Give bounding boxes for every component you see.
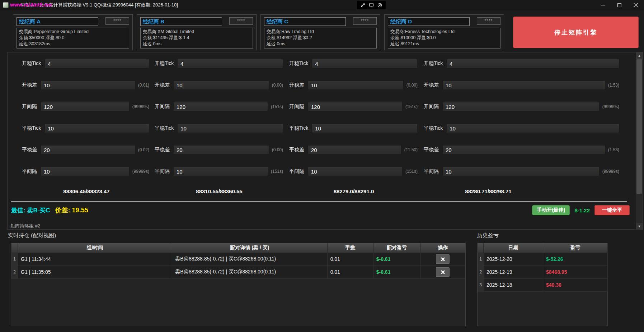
- param-row: 平间隔(99999s): [424, 167, 619, 176]
- manual-open-button[interactable]: 手动开(最佳): [532, 205, 570, 215]
- param-input-close-interval-c[interactable]: [308, 167, 403, 176]
- param-row: 开稳差(1.53): [424, 80, 619, 90]
- close-all-button[interactable]: 一键全平: [594, 205, 630, 215]
- row-number-cell[interactable]: 1: [478, 253, 484, 266]
- param-input-close-stable-tick-d[interactable]: [446, 124, 619, 133]
- positions-table-header: 组/时间配对详情 (卖 / 买)手数配对盈亏操作: [11, 243, 465, 253]
- divider: [11, 201, 627, 202]
- history-table: 日期盈亏 12025-12-20$-52.2622025-12-19$8468.…: [478, 243, 608, 292]
- broker-password-mask-button[interactable]: ****: [105, 17, 129, 25]
- param-input-open-interval-b[interactable]: [173, 102, 268, 111]
- param-suffix-label: (0.01): [138, 83, 149, 88]
- best-actions: 手动开(最佳) $-1.22 一键全平: [532, 205, 630, 215]
- param-input-close-stable-tick-a[interactable]: [44, 124, 149, 133]
- history-row[interactable]: 22025-12-19$8468.95: [478, 266, 608, 278]
- broker-balance-line: 余额:$11435 浮盈:$-1.4: [143, 35, 250, 41]
- param-input-open-stable-tick-b[interactable]: [177, 59, 283, 68]
- param-input-close-stable-diff-a[interactable]: [41, 145, 135, 155]
- param-row: 平稳差(11.50): [289, 145, 418, 155]
- param-input-close-interval-d[interactable]: [442, 167, 600, 176]
- param-input-open-stable-diff-b[interactable]: [173, 80, 269, 90]
- positions-column-header: [11, 243, 18, 253]
- param-input-close-stable-tick-b[interactable]: [177, 124, 283, 133]
- param-input-close-interval-a[interactable]: [41, 167, 130, 176]
- history-row[interactable]: 12025-12-20$-52.26: [478, 253, 608, 266]
- broker-panel-header: 经纪商 A****: [17, 17, 129, 26]
- row-number-cell[interactable]: 3: [478, 278, 484, 291]
- param-input-close-stable-diff-b[interactable]: [173, 145, 269, 155]
- param-input-open-interval-c[interactable]: [308, 102, 403, 111]
- close-position-button[interactable]: [436, 254, 450, 264]
- broker-panel-header: 经纪商 D****: [388, 17, 500, 26]
- broker-name-field[interactable]: 经纪商 A: [17, 17, 98, 26]
- row-number-cell[interactable]: 1: [11, 253, 18, 266]
- broker-balance-line: 余额:$14992 浮盈:$0.2: [267, 35, 374, 41]
- daily-pnl-cell: $8468.95: [543, 266, 608, 278]
- param-column-d: 开稳Tick开稳差(1.53)开间隔(99999s)平稳Tick平稳差(1.53…: [424, 59, 619, 194]
- row-number-cell[interactable]: 2: [11, 266, 18, 278]
- param-row: 开稳差(0.00): [289, 80, 418, 90]
- param-input-open-stable-diff-a[interactable]: [41, 80, 135, 90]
- broker-panel-c: 经纪商 C****交易商:Raw Trading Ltd余额:$14992 浮盈…: [260, 14, 380, 50]
- param-row: 开稳Tick: [22, 59, 149, 68]
- broker-password-mask-button[interactable]: ****: [229, 17, 253, 25]
- broker-dealer-line: 交易商:XM Global Limited: [143, 29, 250, 35]
- param-label: 开稳差: [155, 82, 170, 88]
- param-label: 开间隔: [22, 103, 37, 110]
- broker-password-mask-button[interactable]: ****: [477, 17, 500, 25]
- param-input-open-stable-diff-d[interactable]: [442, 80, 605, 90]
- floating-pnl-value: $-1.22: [574, 207, 590, 213]
- param-row: 平稳Tick: [155, 124, 283, 133]
- history-panel: 日期盈亏 12025-12-20$-52.2622025-12-19$8468.…: [477, 243, 608, 326]
- param-label: 开稳差: [424, 82, 439, 88]
- broker-dealer-line: 交易商:Pepperstone Group Limited: [19, 29, 127, 35]
- param-input-open-stable-diff-c[interactable]: [308, 80, 404, 90]
- param-input-close-stable-diff-c[interactable]: [308, 145, 401, 155]
- param-suffix-label: (11.50): [404, 147, 418, 152]
- row-number-cell[interactable]: 2: [478, 266, 484, 278]
- broker-password-mask-button[interactable]: ****: [353, 17, 377, 25]
- param-input-open-stable-tick-a[interactable]: [44, 59, 149, 68]
- param-input-close-stable-diff-d[interactable]: [442, 145, 605, 155]
- screen-icon[interactable]: [369, 3, 374, 8]
- broker-panel-b: 经纪商 B****交易商:XM Global Limited余额:$11435 …: [137, 14, 257, 50]
- positions-column-header: 配对详情 (卖 / 买): [172, 243, 327, 253]
- broker-name-field[interactable]: 经纪商 D: [388, 17, 470, 26]
- param-input-open-interval-d[interactable]: [442, 102, 600, 111]
- param-input-close-stable-tick-c[interactable]: [312, 124, 418, 133]
- minimize-button[interactable]: [594, 0, 611, 10]
- param-input-open-interval-a[interactable]: [41, 102, 130, 111]
- maximize-button[interactable]: [611, 0, 627, 10]
- close-position-button[interactable]: [436, 267, 450, 277]
- param-label: 开间隔: [289, 103, 304, 110]
- position-row[interactable]: 1G1 | 11:34:44卖B@88288.85(-0.72) | 买C@88…: [11, 253, 465, 266]
- param-suffix-label: (1.53): [608, 147, 619, 152]
- param-suffix-label: (0.02): [138, 147, 149, 152]
- param-label: 平间隔: [155, 168, 170, 175]
- spread-value-label: 价差: 19.55: [55, 206, 88, 215]
- date-cell: 2025-12-18: [484, 278, 543, 291]
- param-input-close-interval-b[interactable]: [173, 167, 268, 176]
- scrollbar-thumb[interactable]: [636, 59, 642, 194]
- param-input-open-stable-tick-c[interactable]: [312, 59, 418, 68]
- scroll-down-arrow[interactable]: ▼: [636, 223, 643, 229]
- resize-icon[interactable]: [361, 3, 365, 8]
- broker-name-field[interactable]: 经纪商 B: [140, 17, 222, 26]
- history-row[interactable]: 32025-12-18$40.30: [478, 278, 608, 291]
- broker-panel-d: 经纪商 D****交易商:Exness Technologies Ltd余额:$…: [384, 14, 504, 50]
- broker-name-field[interactable]: 经纪商 C: [264, 17, 346, 26]
- param-row: 平稳差(1.53): [424, 145, 619, 155]
- stop-matrix-engine-button[interactable]: 停止矩阵引擎: [513, 17, 639, 48]
- close-circle-icon[interactable]: [377, 3, 382, 8]
- param-label: 平稳差: [424, 147, 439, 153]
- scroll-up-arrow[interactable]: ▲: [636, 52, 643, 59]
- window-controls: [594, 0, 644, 10]
- positions-column-header: 操作: [420, 243, 465, 253]
- broker-balance-line: 余额:$10000 浮盈:$0.0: [390, 35, 498, 41]
- param-label: 平稳Tick: [424, 125, 443, 132]
- vertical-scrollbar[interactable]: ▲ ▼: [636, 52, 643, 229]
- close-button[interactable]: [627, 0, 644, 10]
- param-input-open-stable-tick-d[interactable]: [446, 59, 619, 68]
- position-row[interactable]: 2G1 | 11:35:05卖B@88288.85(-0.72) | 买C@88…: [11, 266, 465, 278]
- broker-info-box: 交易商:Pepperstone Group Limited余额:$50000 浮…: [17, 28, 129, 49]
